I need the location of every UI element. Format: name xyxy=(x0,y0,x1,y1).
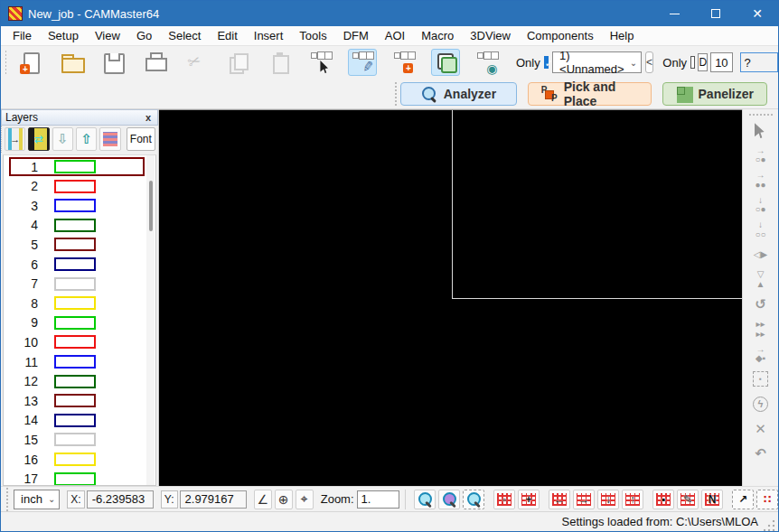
layer-row[interactable]: 14 xyxy=(9,411,145,431)
toolbar-gripper[interactable] xyxy=(5,51,6,74)
layer-row[interactable]: 9 xyxy=(9,313,145,333)
transfer-right-all-button[interactable]: → ●● xyxy=(747,168,774,193)
menu-item-insert[interactable]: Insert xyxy=(246,27,292,44)
swap-layers-icon[interactable] xyxy=(28,127,49,151)
prev-dcode-button[interactable]: < xyxy=(645,51,653,73)
layer-color-swatch[interactable] xyxy=(54,296,96,310)
pick-and-place-button[interactable]: PP Pick and Place xyxy=(528,82,652,106)
delete-selection-button[interactable]: ✕ xyxy=(747,416,774,442)
maximize-button[interactable] xyxy=(695,1,737,26)
layer-color-swatch[interactable] xyxy=(54,160,96,173)
menu-item-file[interactable]: File xyxy=(5,27,40,44)
y-coordinate-field[interactable]: 2.979167 xyxy=(180,490,247,509)
edit-view-button[interactable]: ✎ xyxy=(677,490,699,509)
transfer-down-all-button[interactable]: ↓ ○○ xyxy=(747,218,774,243)
layer-row[interactable]: 16 xyxy=(9,450,145,470)
zoom-dcode-button[interactable] xyxy=(438,490,460,509)
layer-row[interactable]: 4 xyxy=(9,216,145,236)
dcode-table-view-button[interactable]: ▫ xyxy=(493,490,515,509)
select-cursor-button[interactable] xyxy=(747,118,774,144)
align-layers-icon[interactable] xyxy=(5,127,25,151)
layer-row[interactable]: 11 xyxy=(9,352,145,372)
move-to-button[interactable]: → ◆▪ xyxy=(747,342,774,368)
x-coordinate-field[interactable]: -6.239583 xyxy=(87,490,154,509)
menu-item-go[interactable]: Go xyxy=(128,27,160,44)
pan-down-button[interactable]: ↓ xyxy=(597,490,619,509)
layer-row[interactable]: 6 xyxy=(9,255,145,275)
resize-grip[interactable] xyxy=(764,518,776,531)
bottom-toolbar-gripper[interactable] xyxy=(5,488,9,511)
layer-color-swatch[interactable] xyxy=(54,355,96,369)
dcode-select[interactable]: 1) <Unnamed> ⌄ xyxy=(552,51,642,73)
zoom-window-button[interactable] xyxy=(463,490,484,509)
step-and-repeat-button[interactable]: ▸▸ ▸▸ xyxy=(747,317,774,342)
menu-item-setup[interactable]: Setup xyxy=(40,27,87,44)
menu-item-select[interactable]: Select xyxy=(160,27,209,44)
layer-row[interactable]: 17 xyxy=(9,469,145,486)
rotate-button[interactable]: ↺ xyxy=(747,293,774,318)
menu-item-tools[interactable]: Tools xyxy=(291,27,334,44)
net-view-button[interactable]: N xyxy=(701,490,723,509)
layer-row[interactable]: 12 xyxy=(9,371,145,391)
menu-item-components[interactable]: Components xyxy=(519,27,602,44)
menu-item-3dview[interactable]: 3DView xyxy=(462,27,519,44)
minimize-button[interactable] xyxy=(653,1,695,26)
layer-color-swatch[interactable] xyxy=(54,375,96,388)
pcb-canvas[interactable] xyxy=(159,109,742,486)
right-toolbar-gripper[interactable] xyxy=(749,112,773,117)
select-dcode-button[interactable] xyxy=(306,49,335,76)
units-select[interactable]: inch ⌄ xyxy=(14,490,60,509)
layer-color-swatch[interactable] xyxy=(54,453,96,466)
layer-color-swatch[interactable] xyxy=(54,180,96,193)
zoom-value-field[interactable]: 1. xyxy=(357,490,400,509)
zoom-in-button[interactable] xyxy=(414,490,436,509)
open-job-button[interactable] xyxy=(57,49,86,76)
layers-scrollbar-thumb[interactable] xyxy=(149,181,153,231)
layer-color-swatch[interactable] xyxy=(54,433,96,446)
layers-scrollbar[interactable] xyxy=(146,155,155,485)
layer-color-swatch[interactable] xyxy=(54,394,96,407)
dcode-number-input[interactable]: 10 xyxy=(710,52,732,72)
edit-dcode-button[interactable] xyxy=(348,49,377,76)
corner-view-button[interactable]: ▪ xyxy=(652,490,674,509)
layer-row[interactable]: 7 xyxy=(9,274,145,294)
angle-tool-icon[interactable]: ∠ xyxy=(254,490,272,509)
pan-up-button[interactable]: ↑ xyxy=(622,490,643,509)
view-stack-button[interactable] xyxy=(431,49,460,76)
save-job-button[interactable] xyxy=(99,49,127,76)
layer-row[interactable]: 5 xyxy=(9,235,145,255)
flash-points-button[interactable]: ∷ xyxy=(756,490,778,509)
layer-color-swatch[interactable] xyxy=(54,257,96,271)
only-d-checkbox[interactable] xyxy=(690,56,695,69)
new-job-button[interactable] xyxy=(15,49,44,76)
menu-item-edit[interactable]: Edit xyxy=(209,27,245,44)
only-dcode-checkbox[interactable] xyxy=(544,56,549,69)
layer-row[interactable]: 15 xyxy=(9,430,145,450)
module-toolbar-gripper[interactable] xyxy=(394,82,398,106)
stretch-window-button[interactable]: ↗ xyxy=(732,490,754,509)
add-dcode-button[interactable] xyxy=(390,49,418,76)
transfer-down-ends-button[interactable]: ↓ ○● xyxy=(747,193,774,219)
layer-color-swatch[interactable] xyxy=(54,414,96,427)
print-button[interactable] xyxy=(140,49,169,76)
pan-tool-icon[interactable]: ⌖ xyxy=(296,490,314,509)
layers-panel-header[interactable]: Layers x xyxy=(1,109,158,126)
layer-color-swatch[interactable] xyxy=(54,199,96,212)
layer-color-swatch[interactable] xyxy=(54,316,96,330)
layer-row[interactable]: 1 xyxy=(9,157,145,177)
layer-row[interactable]: 2 xyxy=(9,176,145,196)
flash-mode-button[interactable]: ϟ xyxy=(747,392,774,417)
pan-left-button[interactable]: ← xyxy=(549,490,570,509)
menu-item-help[interactable]: Help xyxy=(602,27,643,44)
menu-item-macro[interactable]: Macro xyxy=(413,27,462,44)
menu-item-view[interactable]: View xyxy=(87,27,128,44)
fit-selection-button[interactable]: ▪ xyxy=(747,367,774,392)
move-layer-up-icon[interactable]: ⇧ xyxy=(76,127,97,151)
origin-tool-icon[interactable]: ⊕ xyxy=(275,490,293,509)
font-button[interactable]: Font xyxy=(127,127,155,151)
analyzer-button[interactable]: Analyzer xyxy=(400,82,517,106)
transfer-right-ends-button[interactable]: → ○● xyxy=(747,144,774,169)
d-button[interactable]: D xyxy=(698,53,708,71)
menu-item-aoi[interactable]: AOI xyxy=(377,27,413,44)
layer-row[interactable]: 10 xyxy=(9,332,145,352)
